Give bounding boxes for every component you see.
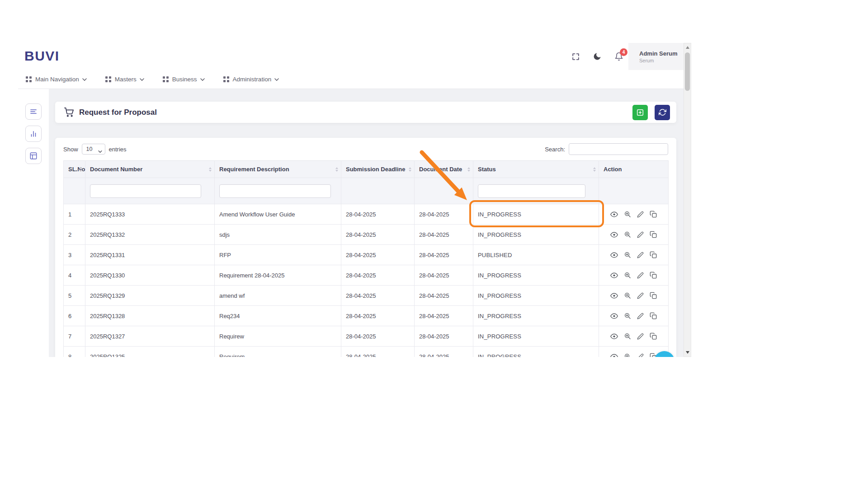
nav-label: Main Navigation: [35, 76, 79, 83]
grid-icon: [223, 76, 230, 83]
cell-document-number: 2025RQ1329: [85, 286, 215, 306]
search-label: Search:: [545, 146, 565, 153]
add-button[interactable]: [632, 105, 648, 120]
view-icon[interactable]: [610, 231, 618, 239]
cell-actions: [599, 326, 669, 347]
zoom-icon[interactable]: [624, 292, 631, 299]
table-row: 8 2025RQ1325 Requirem 28-04-2025 28-04-2…: [64, 347, 669, 357]
main-navbar: Main Navigation Masters Business: [18, 70, 684, 89]
view-icon[interactable]: [610, 251, 618, 259]
cell-slno: 4: [64, 265, 85, 286]
chevron-down-icon: [200, 78, 205, 81]
cell-description: Req234: [215, 306, 341, 326]
copy-icon[interactable]: [650, 292, 657, 299]
table-row: 6 2025RQ1328 Req234 28-04-2025 28-04-202…: [64, 306, 669, 326]
edit-icon[interactable]: [637, 292, 644, 299]
zoom-icon[interactable]: [624, 211, 631, 218]
vertical-scrollbar[interactable]: [684, 43, 691, 357]
search-input[interactable]: [569, 143, 668, 155]
cell-document-number: 2025RQ1328: [85, 306, 215, 326]
user-role: Serum: [639, 58, 684, 63]
zoom-icon[interactable]: [624, 272, 631, 279]
view-icon[interactable]: [610, 272, 618, 279]
cell-date: 28-04-2025: [415, 286, 473, 306]
col-header-slno[interactable]: SL.No: [64, 161, 85, 178]
copy-icon[interactable]: [650, 312, 657, 319]
view-icon[interactable]: [610, 312, 618, 320]
nav-item-main-navigation[interactable]: Main Navigation: [25, 76, 87, 83]
scroll-down-arrow[interactable]: [684, 349, 691, 356]
cell-slno: 8: [64, 347, 85, 357]
cell-date: 28-04-2025: [415, 225, 473, 245]
edit-icon[interactable]: [637, 353, 644, 357]
sort-icon: [335, 167, 338, 172]
nav-label: Business: [172, 76, 197, 83]
zoom-icon[interactable]: [624, 251, 631, 258]
col-header-status[interactable]: Status: [473, 161, 599, 178]
zoom-icon[interactable]: [624, 312, 631, 319]
view-icon[interactable]: [610, 333, 618, 340]
brand-logo: BUVI: [24, 48, 60, 64]
page-size-value: 10: [86, 146, 93, 152]
col-header-submission-deadline[interactable]: Submission Deadline: [341, 161, 415, 178]
cell-status: IN_PROGRESS: [473, 326, 599, 347]
copy-icon[interactable]: [650, 251, 657, 258]
edit-icon[interactable]: [637, 333, 644, 340]
app-header: BUVI 4: [18, 43, 684, 70]
cell-description: Requirew: [215, 326, 341, 347]
zoom-icon[interactable]: [624, 231, 631, 238]
fullscreen-icon[interactable]: [571, 52, 580, 61]
edit-icon[interactable]: [637, 272, 644, 279]
scroll-up-arrow[interactable]: [684, 44, 691, 51]
page-canvas: BUVI 4: [0, 0, 868, 488]
cell-description: Requirem: [215, 347, 341, 357]
bar-chart-icon[interactable]: [25, 126, 42, 142]
cell-actions: [599, 204, 669, 225]
table-row: 2 2025RQ1332 sdjs 28-04-2025 28-04-2025 …: [64, 225, 669, 245]
table-row: 7 2025RQ1327 Requirew 28-04-2025 28-04-2…: [64, 326, 669, 347]
edit-icon[interactable]: [637, 252, 644, 258]
cell-date: 28-04-2025: [415, 326, 473, 347]
table-row: 5 2025RQ1329 amend wf 28-04-2025 28-04-2…: [64, 286, 669, 306]
col-header-requirement-description[interactable]: Requirement Description: [215, 161, 341, 178]
copy-icon[interactable]: [650, 231, 657, 238]
user-menu[interactable]: Admin Serum Serum: [628, 43, 684, 70]
dark-mode-icon[interactable]: [592, 52, 602, 61]
table-header: SL.No Document Number Requirement Descri…: [64, 161, 669, 204]
mini-sidebar: [18, 89, 49, 357]
edit-icon[interactable]: [637, 211, 644, 218]
cell-actions: [599, 225, 669, 245]
copy-icon[interactable]: [650, 272, 657, 279]
col-header-document-number[interactable]: Document Number: [85, 161, 215, 178]
grid-icon: [105, 76, 112, 83]
copy-icon[interactable]: [650, 333, 657, 340]
nav-item-administration[interactable]: Administration: [223, 76, 279, 83]
description-filter-input[interactable]: [219, 184, 331, 198]
app-window: BUVI 4: [18, 43, 684, 357]
zoom-icon[interactable]: [624, 353, 631, 357]
zoom-icon[interactable]: [624, 333, 631, 340]
view-icon[interactable]: [610, 211, 618, 218]
view-icon[interactable]: [610, 292, 618, 300]
view-icon[interactable]: [610, 353, 618, 357]
notifications-icon[interactable]: 4: [614, 52, 624, 61]
layout-table-icon[interactable]: [25, 148, 42, 164]
status-filter-input[interactable]: [478, 184, 585, 198]
edit-icon[interactable]: [637, 313, 644, 319]
refresh-button[interactable]: [655, 105, 670, 120]
nav-item-masters[interactable]: Masters: [105, 76, 144, 83]
menu-lines-icon[interactable]: [25, 103, 42, 120]
user-name: Admin Serum: [639, 50, 684, 57]
cell-deadline: 28-04-2025: [341, 286, 415, 306]
copy-icon[interactable]: [650, 211, 657, 218]
cell-date: 28-04-2025: [415, 204, 473, 225]
edit-icon[interactable]: [637, 231, 644, 238]
cell-description: amend wf: [215, 286, 341, 306]
nav-item-business[interactable]: Business: [162, 76, 205, 83]
document-number-filter-input[interactable]: [90, 184, 201, 198]
scrollbar-thumb[interactable]: [685, 52, 690, 91]
page-size-select[interactable]: 10: [82, 144, 105, 155]
col-header-document-date[interactable]: Document Date: [415, 161, 473, 178]
cell-slno: 1: [64, 204, 85, 225]
cell-actions: [599, 286, 669, 306]
